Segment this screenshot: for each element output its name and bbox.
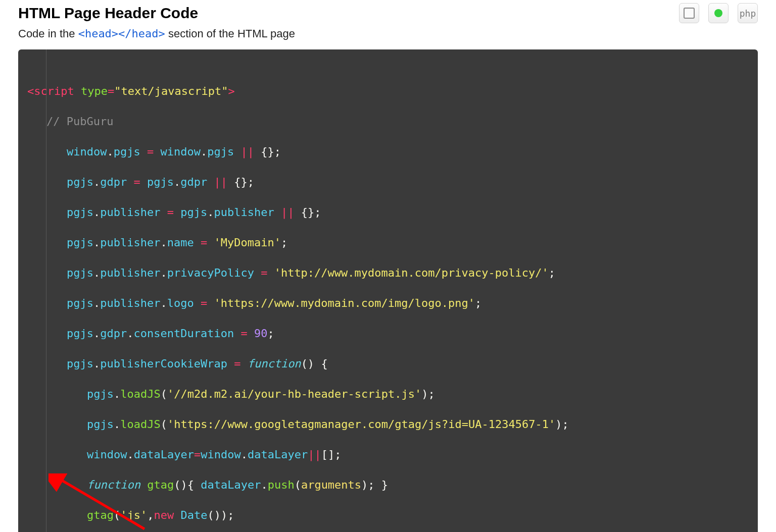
page-title: HTML Page Header Code [18, 5, 198, 22]
page-subtitle: Code in the <head></head> section of the… [18, 27, 758, 40]
head-tag-literal: <head></head> [78, 27, 165, 40]
header-panel: HTML Page Header Code php Code in the <h… [18, 0, 758, 532]
code-editor[interactable]: <script type="text/javascript"> // PubGu… [18, 49, 758, 532]
php-mode-button[interactable]: php [738, 3, 758, 23]
status-enabled-icon[interactable] [708, 3, 729, 23]
device-toggle-icon[interactable] [679, 3, 699, 23]
